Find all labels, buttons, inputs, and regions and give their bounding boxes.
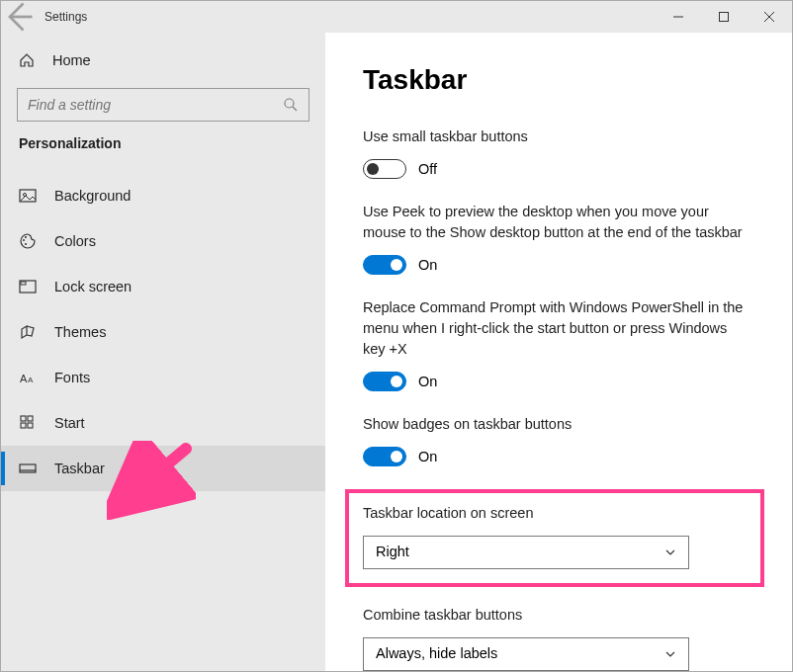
svg-rect-16 — [21, 416, 26, 421]
dropdown-location[interactable]: Right — [363, 536, 689, 569]
taskbar-icon — [19, 460, 37, 477]
minimize-icon — [673, 12, 683, 22]
dropdown-value: Always, hide labels — [376, 643, 497, 664]
nav-label: Colors — [54, 233, 96, 249]
sidebar-item-colors[interactable]: Colors — [1, 218, 325, 264]
svg-point-5 — [285, 99, 294, 108]
setting-label-peek: Use Peek to preview the desktop when you… — [363, 202, 747, 243]
minimize-button[interactable] — [656, 1, 701, 33]
toggle-badges[interactable] — [363, 447, 406, 466]
chevron-down-icon — [664, 546, 676, 558]
sidebar: Home Personalization Background Colors L… — [1, 33, 325, 671]
nav-label: Start — [54, 415, 85, 431]
maximize-button[interactable] — [701, 1, 747, 33]
arrow-left-icon — [1, 0, 37, 35]
sidebar-item-start[interactable]: Start — [1, 400, 325, 446]
setting-label-combine: Combine taskbar buttons — [363, 605, 747, 626]
dropdown-combine[interactable]: Always, hide labels — [363, 637, 689, 671]
toggle-state: On — [418, 255, 437, 276]
svg-line-6 — [293, 107, 297, 111]
toggle-small-buttons[interactable] — [363, 159, 406, 179]
sidebar-item-background[interactable]: Background — [1, 173, 325, 218]
sidebar-item-taskbar[interactable]: Taskbar — [1, 446, 325, 491]
toggle-state: Off — [418, 159, 437, 180]
start-icon — [19, 414, 37, 432]
toggle-state: On — [418, 372, 437, 392]
home-icon — [19, 52, 35, 68]
svg-rect-12 — [20, 281, 36, 293]
maximize-icon — [719, 12, 729, 22]
toggle-peek[interactable] — [363, 255, 406, 275]
search-icon — [283, 97, 299, 113]
sidebar-item-lockscreen[interactable]: Lock screen — [1, 264, 325, 309]
nav-label: Taskbar — [54, 461, 105, 476]
setting-label-location: Taskbar location on screen — [363, 503, 747, 524]
setting-label-badges: Show badges on taskbar buttons — [363, 414, 747, 435]
lockscreen-icon — [19, 278, 37, 295]
content-pane: Taskbar Use small taskbar buttons Off Us… — [325, 33, 792, 671]
svg-point-11 — [25, 243, 27, 245]
titlebar: Settings — [1, 1, 792, 33]
svg-point-9 — [23, 239, 25, 241]
sidebar-item-home[interactable]: Home — [1, 41, 325, 80]
themes-icon — [19, 323, 37, 341]
svg-rect-20 — [20, 464, 36, 472]
svg-rect-19 — [28, 423, 33, 428]
toggle-state: On — [418, 447, 437, 467]
svg-rect-13 — [21, 282, 26, 285]
chevron-down-icon — [664, 648, 676, 660]
nav-label: Themes — [54, 324, 106, 340]
nav-label: Lock screen — [54, 279, 132, 294]
window-title: Settings — [44, 10, 87, 24]
home-label: Home — [52, 52, 91, 68]
dropdown-value: Right — [376, 542, 409, 562]
setting-label-small-buttons: Use small taskbar buttons — [363, 126, 747, 147]
svg-text:A: A — [28, 376, 34, 384]
highlight-annotation: Taskbar location on screen Right — [345, 489, 764, 587]
search-input[interactable] — [17, 88, 309, 122]
sidebar-item-themes[interactable]: Themes — [1, 309, 325, 355]
search-field[interactable] — [28, 97, 283, 113]
svg-point-10 — [25, 236, 27, 238]
nav-label: Fonts — [54, 370, 90, 385]
nav-label: Background — [54, 188, 131, 204]
svg-rect-2 — [720, 13, 729, 22]
svg-rect-18 — [21, 423, 26, 428]
category-label: Personalization — [1, 135, 325, 151]
close-button[interactable] — [747, 1, 792, 33]
setting-label-powershell: Replace Command Prompt with Windows Powe… — [363, 297, 747, 360]
sidebar-item-fonts[interactable]: AA Fonts — [1, 355, 325, 400]
page-title: Taskbar — [363, 60, 747, 101]
svg-rect-17 — [28, 416, 33, 421]
close-icon — [764, 12, 774, 22]
fonts-icon: AA — [19, 369, 37, 386]
back-button[interactable] — [1, 0, 37, 35]
svg-text:A: A — [20, 373, 28, 384]
palette-icon — [19, 232, 37, 250]
picture-icon — [19, 187, 37, 205]
toggle-powershell[interactable] — [363, 372, 406, 391]
